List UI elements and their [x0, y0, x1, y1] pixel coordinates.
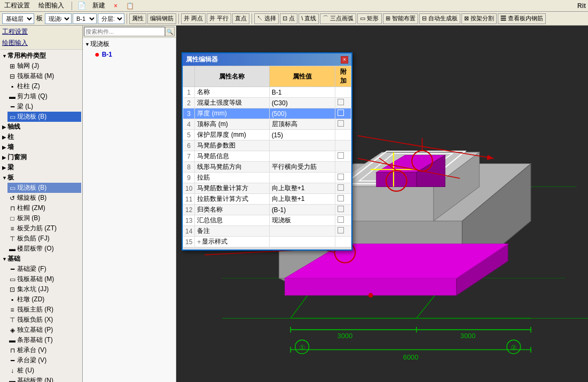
menu-drawing-input[interactable]: 绘图输入 [36, 1, 66, 11]
item-slab-hole[interactable]: □ 板洞 (B) [7, 213, 81, 223]
project-settings-link[interactable]: 工程设置 [2, 27, 80, 37]
auto-gen-btn[interactable]: ⊟ 自动生成板 [419, 13, 460, 24]
section-axis[interactable]: ▶ 轴线 [1, 122, 81, 132]
copy-button[interactable]: 📋 [124, 2, 136, 10]
edit-rebar-tab[interactable]: 编辑钢筋 [147, 13, 176, 24]
item-slab-rebar[interactable]: ≡ 板受力筋 (ZT) [7, 223, 81, 233]
name-select[interactable]: B-1 [73, 13, 97, 24]
parallel-btn[interactable]: 并 平行 [207, 13, 231, 24]
col-name: 属性名称 [195, 66, 269, 87]
sep-1 [127, 13, 127, 24]
comp-folder-slab[interactable]: ▼ 现浇板 [84, 39, 175, 49]
floor-band-icon: ▬ [9, 245, 16, 253]
expand-common-icon: ▼ [2, 53, 7, 59]
sidebar-top: 工程设置 绘图输入 [0, 26, 82, 50]
beam-icon: ━ [9, 103, 16, 111]
view-rebar-btn[interactable]: ☰ 查看板内钢筋 [498, 13, 546, 24]
section-slab[interactable]: ▼ 板 [1, 173, 81, 183]
spiral-slab-icon: ↺ [9, 194, 16, 202]
section-door[interactable]: ▶ 门窗洞 [1, 152, 81, 162]
item-standalone-found[interactable]: ◈ 独立基础 (P) [7, 325, 81, 335]
item-shear-wall[interactable]: ▬ 剪力墙 (Q) [7, 91, 81, 102]
search-button[interactable]: 🔍 [165, 27, 175, 36]
expand-comp-icon: ▼ [85, 42, 90, 47]
svg-text:6000: 6000 [403, 353, 419, 361]
sublayer-select[interactable]: 分层1 [98, 13, 124, 24]
item-spiral-slab[interactable]: ↺ 螺旋板 (B) [7, 193, 81, 203]
expand-col-icon: ▶ [2, 135, 7, 140]
prop-row-4: 4 顶标高 (m) 层顶标高 [183, 119, 351, 130]
dialog-title: 属性编辑器 [186, 55, 218, 64]
search-input[interactable] [84, 27, 165, 36]
layer-select[interactable]: 基础层 [2, 13, 34, 24]
line-btn[interactable]: \ 直线 [299, 13, 319, 24]
prop-row-11: 11 拉筋数量计算方式 向上取整+1 [183, 194, 351, 205]
new-button[interactable]: 新建 [90, 1, 107, 11]
comp-folder-label: 现浇板 [90, 40, 109, 49]
shear-wall-icon: ▬ [9, 93, 16, 100]
prop-row-7: 7 马凳筋信息 [183, 151, 351, 162]
expand-beam-icon: ▶ [2, 165, 7, 170]
comp-item-bullet: ● [95, 50, 100, 59]
type-select[interactable]: 现浇板 [45, 13, 72, 24]
item-pile[interactable]: ↓ 桩 (U) [7, 365, 81, 376]
point-btn[interactable]: 直点 [232, 13, 249, 24]
two-point-btn[interactable]: 并 两点 [181, 13, 206, 24]
section-foundation[interactable]: ▼ 基础 [1, 254, 81, 264]
item-neg-rebar[interactable]: ⊤ 板负筋 (FJ) [7, 233, 81, 244]
layer-type-label: 板 [36, 14, 43, 23]
section-common[interactable]: ▼ 常用构件类型 [1, 51, 81, 61]
dot-btn[interactable]: ⊡ 点 [280, 13, 297, 24]
close-tab-button[interactable]: × [112, 2, 120, 10]
svg-text:3000: 3000 [460, 332, 476, 340]
left-sidebar: 工程设置 绘图输入 ▼ 常用构件类型 ⊞ 轴网 (J) ⊟ 筏板基础 (M) ▪ [0, 26, 83, 382]
item-cast-slab[interactable]: ▭ 现浇板 (B) [7, 183, 81, 193]
prop-row-6: 6 马凳筋参数图 [183, 141, 351, 151]
property-tab[interactable]: 属性 [129, 13, 146, 24]
item-found-beam[interactable]: ━ 基础梁 (F) [7, 264, 81, 274]
dialog-close-button[interactable]: × [341, 56, 348, 64]
section-beam[interactable]: ▶ 梁 [1, 162, 81, 173]
sump-icon: ⊡ [9, 286, 16, 293]
rect-btn[interactable]: ▭ 矩形 [357, 13, 381, 24]
item-beam[interactable]: ━ 梁 (L) [7, 102, 81, 112]
drawing-input-link[interactable]: 绘图输入 [2, 38, 80, 48]
common-items: ⊞ 轴网 (J) ⊟ 筏板基础 (M) ▪ 柱柱 (Z) ▬ 剪力墙 (Q) ━ [7, 61, 81, 122]
prop-row-8: 8 线形马凳筋方向 平行横向受力筋 [183, 162, 351, 173]
comp-item-b1[interactable]: ● B-1 [84, 49, 175, 60]
section-col[interactable]: ▶ 柱 [1, 132, 81, 142]
item-strip-found[interactable]: ▬ 条形基础 (T) [7, 335, 81, 345]
item-floor-band[interactable]: ▬ 楼层板带 (O) [7, 244, 81, 254]
foundation-items: ━ 基础梁 (F) ▭ 筏板基础 (M) ⊡ 集水坑 (JJ) ▪ 柱墩 (ZD… [7, 264, 81, 382]
expand-wall-icon: ▶ [2, 145, 7, 150]
property-table: 属性名称 属性值 附加 1 名称 B-1 2 [183, 66, 351, 247]
split-btn[interactable]: ⊠ 按架分割 [461, 13, 497, 24]
svg-text:②: ② [511, 344, 517, 352]
section-wall[interactable]: ▶ 墙 [1, 142, 81, 152]
item-axis[interactable]: ⊞ 轴网 (J) [7, 61, 81, 71]
item-raft-neg-rebar[interactable]: ⊤ 筏板负筋 (X) [7, 315, 81, 325]
item-pile-cap[interactable]: ⊓ 桩承台 (V) [7, 345, 81, 355]
arc-btn[interactable]: ⌒ 三点画弧 [320, 13, 356, 24]
smart-place-btn[interactable]: ⊞ 智能布置 [383, 13, 418, 24]
prop-row-5: 5 保护层厚度 (mm) (15) [183, 130, 351, 141]
item-cap-beam[interactable]: ━ 承台梁 (V) [7, 355, 81, 365]
item-raft-main-rebar[interactable]: ≡ 筏板主筋 (R) [7, 305, 81, 315]
item-raft-found[interactable]: ▭ 筏板基础 (M) [7, 274, 81, 284]
comp-tree-content: ▼ 现浇板 ● B-1 [83, 38, 176, 382]
slab-hole-icon: □ [9, 215, 16, 222]
select-btn[interactable]: ↖ 选择 [254, 13, 279, 24]
item-col-pier[interactable]: ▪ 柱墩 (ZD) [7, 294, 81, 305]
canvas-area: 3000 3000 6000 ① ② 属性编辑器 × [176, 26, 588, 382]
item-col-cap[interactable]: ⊓ 柱帽 (ZM) [7, 203, 81, 213]
item-sump[interactable]: ⊡ 集水坑 (JJ) [7, 284, 81, 294]
item-found-band[interactable]: ▬ 基础板带 (N) [7, 376, 81, 382]
menu-project-settings[interactable]: 工程设置 [2, 1, 32, 11]
item-slab[interactable]: ▭ 现浇板 (B) [7, 112, 81, 122]
expand-display-icon[interactable]: + [197, 238, 201, 246]
col-pier-icon: ▪ [9, 296, 16, 303]
item-column[interactable]: ▪ 柱柱 (Z) [7, 81, 81, 91]
item-raft[interactable]: ⊟ 筏板基础 (M) [7, 71, 81, 81]
dialog-footer [183, 247, 351, 250]
column-icon: ▪ [9, 83, 16, 90]
